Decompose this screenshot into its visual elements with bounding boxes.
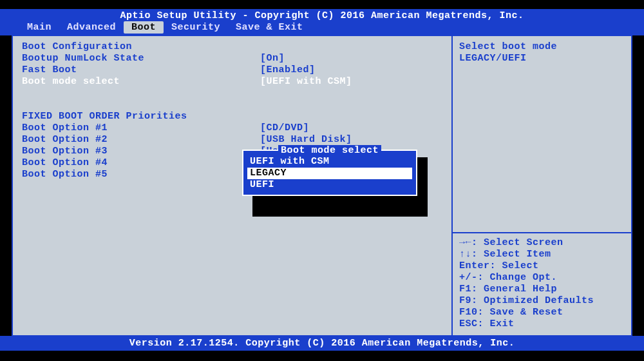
setting-label: Boot Option #2 bbox=[22, 134, 260, 146]
popup-option-uefi-csm[interactable]: UEFI with CSM bbox=[247, 156, 412, 168]
section-header-boot-config: Boot Configuration bbox=[22, 41, 442, 53]
tab-save-exit[interactable]: Save & Exit bbox=[228, 22, 311, 33]
setting-value: [Enabled] bbox=[260, 64, 316, 76]
setting-value: [USB Hard Disk] bbox=[260, 134, 352, 146]
setting-label: Boot mode select bbox=[22, 76, 260, 88]
body-area: Boot Configuration Bootup NumLock State … bbox=[12, 35, 632, 337]
footer-text: Version 2.17.1254. Copyright (C) 2016 Am… bbox=[129, 338, 515, 349]
setting-label: Boot Option #3 bbox=[22, 146, 260, 157]
side-panel: Select boot mode LEGACY/UEFI →←: Select … bbox=[452, 35, 632, 337]
item-help: Select boot mode LEGACY/UEFI bbox=[459, 41, 625, 64]
help-line: LEGACY/UEFI bbox=[459, 53, 625, 64]
tab-main[interactable]: Main bbox=[19, 22, 59, 33]
key-hint: F9: Optimized Defaults bbox=[459, 295, 625, 307]
key-hint: ESC: Exit bbox=[459, 318, 625, 330]
setting-numlock[interactable]: Bootup NumLock State [On] bbox=[22, 53, 442, 64]
tab-bar: Main Advanced Boot Security Save & Exit bbox=[0, 21, 644, 35]
setting-fast-boot[interactable]: Fast Boot [Enabled] bbox=[22, 64, 442, 76]
section-header-boot-order: FIXED BOOT ORDER Priorities bbox=[22, 111, 442, 122]
setting-value: [CD/DVD] bbox=[260, 122, 309, 134]
popup-option-legacy[interactable]: LEGACY bbox=[247, 168, 412, 179]
boot-option-1[interactable]: Boot Option #1 [CD/DVD] bbox=[22, 122, 442, 134]
title-bar: Aptio Setup Utility - Copyright (C) 2016… bbox=[0, 9, 644, 21]
setting-label: Boot Option #1 bbox=[22, 122, 260, 134]
setting-boot-mode-select[interactable]: Boot mode select [UEFI with CSM] bbox=[22, 76, 442, 88]
key-hint: F1: General Help bbox=[459, 284, 625, 295]
help-line: Select boot mode bbox=[459, 41, 625, 53]
setting-value: [On] bbox=[260, 53, 285, 64]
setting-label: Bootup NumLock State bbox=[22, 53, 260, 64]
popup-title: Boot mode select bbox=[278, 145, 381, 156]
key-hint: Enter: Select bbox=[459, 260, 625, 272]
boot-option-2[interactable]: Boot Option #2 [USB Hard Disk] bbox=[22, 134, 442, 146]
key-hint: →←: Select Screen bbox=[459, 237, 625, 249]
setting-label: Boot Option #4 bbox=[22, 157, 260, 169]
setting-label: Boot Option #5 bbox=[22, 169, 260, 180]
divider bbox=[453, 232, 631, 233]
key-hint: +/-: Change Opt. bbox=[459, 272, 625, 284]
key-hint: ↑↓: Select Item bbox=[459, 249, 625, 260]
key-hint: F10: Save & Reset bbox=[459, 307, 625, 318]
tab-advanced[interactable]: Advanced bbox=[59, 22, 124, 33]
footer-bar: Version 2.17.1254. Copyright (C) 2016 Am… bbox=[0, 336, 644, 351]
title-text: Aptio Setup Utility - Copyright (C) 2016… bbox=[120, 10, 524, 21]
popup-option-uefi[interactable]: UEFI bbox=[247, 179, 412, 191]
setting-label: Fast Boot bbox=[22, 64, 260, 76]
key-legend: →←: Select Screen ↑↓: Select Item Enter:… bbox=[459, 232, 625, 330]
main-panel: Boot Configuration Bootup NumLock State … bbox=[12, 35, 452, 337]
setting-value: [UEFI with CSM] bbox=[260, 76, 352, 88]
tab-security[interactable]: Security bbox=[164, 22, 228, 33]
boot-mode-popup: Boot mode select UEFI with CSM LEGACY UE… bbox=[242, 150, 417, 196]
tab-boot[interactable]: Boot bbox=[124, 21, 164, 34]
bios-screen: Aptio Setup Utility - Copyright (C) 2016… bbox=[0, 0, 644, 361]
